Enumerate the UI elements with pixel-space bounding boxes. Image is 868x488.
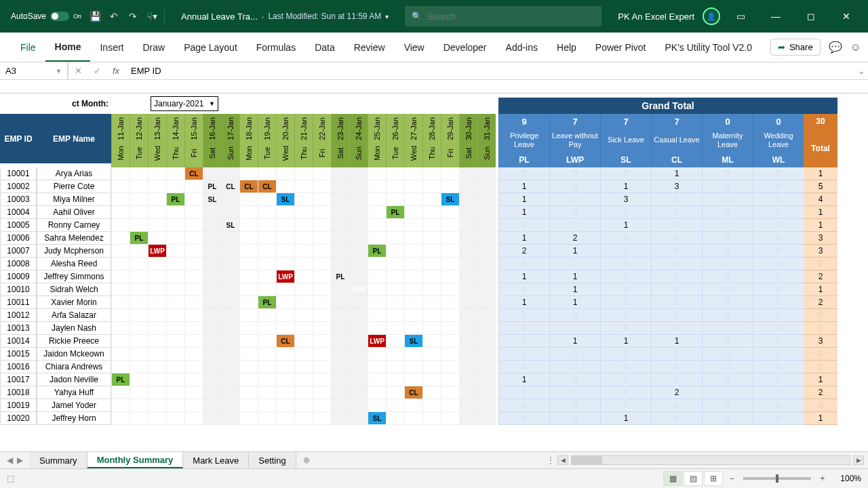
- day-cell[interactable]: [203, 270, 221, 283]
- page-break-view-icon[interactable]: ⊞: [704, 471, 723, 486]
- day-cell[interactable]: [313, 322, 331, 335]
- day-cell[interactable]: [386, 270, 404, 283]
- day-cell[interactable]: [441, 167, 459, 180]
- day-cell[interactable]: [130, 348, 148, 361]
- day-cell[interactable]: [184, 245, 203, 258]
- day-cell[interactable]: [459, 180, 477, 193]
- day-cell[interactable]: [203, 206, 221, 219]
- table-row[interactable]: 10009Jeffrey SimmonsLWPPL1100002: [0, 270, 868, 283]
- day-cell[interactable]: [386, 373, 404, 386]
- day-cell[interactable]: [386, 386, 404, 399]
- day-cell[interactable]: [368, 270, 386, 283]
- day-cell[interactable]: [404, 245, 422, 258]
- day-cell[interactable]: [313, 348, 331, 361]
- day-cell[interactable]: [422, 361, 441, 373]
- day-cell[interactable]: [422, 386, 441, 399]
- day-cell[interactable]: [258, 270, 276, 283]
- sheet-tab-monthly-summary[interactable]: Monthly Summary: [87, 452, 184, 468]
- day-cell[interactable]: [203, 245, 221, 258]
- day-cell[interactable]: [258, 283, 276, 296]
- day-cell[interactable]: [294, 373, 313, 386]
- day-cell[interactable]: [294, 296, 313, 309]
- day-cell[interactable]: [221, 412, 239, 425]
- day-cell[interactable]: [294, 245, 313, 258]
- day-cell[interactable]: [276, 245, 294, 258]
- day-cell[interactable]: [166, 283, 184, 296]
- day-cell[interactable]: [368, 232, 386, 245]
- day-cell[interactable]: CL: [184, 167, 203, 180]
- day-cell[interactable]: [221, 322, 239, 335]
- zoom-value[interactable]: 100%: [831, 474, 861, 483]
- table-row[interactable]: 10002Pierre CotePLCLCLCL1013005: [0, 180, 868, 193]
- day-cell[interactable]: [313, 180, 331, 193]
- day-cell[interactable]: CL: [258, 180, 276, 193]
- day-cell[interactable]: [111, 412, 130, 425]
- day-cell[interactable]: [239, 283, 258, 296]
- day-cell[interactable]: [294, 399, 313, 412]
- day-cell[interactable]: [368, 348, 386, 361]
- day-cell[interactable]: [477, 245, 496, 258]
- day-cell[interactable]: [368, 219, 386, 232]
- day-cell[interactable]: [349, 296, 368, 309]
- day-cell[interactable]: [349, 373, 368, 386]
- day-cell[interactable]: [404, 348, 422, 361]
- day-cell[interactable]: [368, 386, 386, 399]
- day-cell[interactable]: [349, 361, 368, 373]
- redo-icon[interactable]: ↷: [123, 7, 142, 26]
- day-cell[interactable]: [349, 309, 368, 322]
- day-cell[interactable]: [276, 258, 294, 270]
- sheet-tab-mark-leave[interactable]: Mark Leave: [183, 452, 249, 468]
- day-cell[interactable]: [477, 309, 496, 322]
- day-cell[interactable]: [203, 335, 221, 348]
- day-cell[interactable]: [404, 322, 422, 335]
- table-row[interactable]: 10017Jadon NevillePL1000001: [0, 373, 868, 386]
- day-cell[interactable]: [166, 296, 184, 309]
- day-cell[interactable]: [404, 283, 422, 296]
- day-cell[interactable]: [368, 361, 386, 373]
- table-row[interactable]: 10018Yahya HuffCL0002002: [0, 386, 868, 399]
- record-macro-icon[interactable]: ⬚: [7, 474, 14, 483]
- day-cell[interactable]: [130, 412, 148, 425]
- day-cell[interactable]: [294, 167, 313, 180]
- day-cell[interactable]: [184, 219, 203, 232]
- day-cell[interactable]: [111, 322, 130, 335]
- day-cell[interactable]: [130, 180, 148, 193]
- day-cell[interactable]: [184, 348, 203, 361]
- day-cell[interactable]: [221, 386, 239, 399]
- day-cell[interactable]: [111, 232, 130, 245]
- day-cell[interactable]: [239, 322, 258, 335]
- day-cell[interactable]: [386, 348, 404, 361]
- day-cell[interactable]: [349, 245, 368, 258]
- ribbon-tab-power-pivot[interactable]: Power Pivot: [586, 33, 656, 62]
- day-cell[interactable]: [276, 283, 294, 296]
- day-cell[interactable]: [422, 270, 441, 283]
- day-cell[interactable]: [221, 232, 239, 245]
- day-cell[interactable]: [111, 167, 130, 180]
- day-cell[interactable]: [258, 373, 276, 386]
- day-cell[interactable]: [459, 245, 477, 258]
- day-cell[interactable]: [422, 348, 441, 361]
- day-cell[interactable]: [331, 373, 349, 386]
- ribbon-tab-view[interactable]: View: [395, 33, 434, 62]
- day-cell[interactable]: [166, 219, 184, 232]
- day-cell[interactable]: [386, 309, 404, 322]
- day-cell[interactable]: [477, 283, 496, 296]
- day-cell[interactable]: [459, 270, 477, 283]
- day-cell[interactable]: [441, 258, 459, 270]
- day-cell[interactable]: [313, 335, 331, 348]
- formula-value[interactable]: EMP ID: [125, 66, 854, 76]
- share-button[interactable]: ➦ Share: [770, 39, 821, 56]
- day-cell[interactable]: [313, 399, 331, 412]
- day-cell[interactable]: [184, 399, 203, 412]
- day-cell[interactable]: [111, 206, 130, 219]
- day-cell[interactable]: [276, 206, 294, 219]
- day-cell[interactable]: [130, 373, 148, 386]
- day-cell[interactable]: [331, 399, 349, 412]
- day-cell[interactable]: [221, 309, 239, 322]
- day-cell[interactable]: [111, 361, 130, 373]
- ribbon-tab-review[interactable]: Review: [344, 33, 395, 62]
- day-cell[interactable]: [239, 167, 258, 180]
- day-cell[interactable]: [203, 232, 221, 245]
- zoom-in-icon[interactable]: +: [815, 474, 830, 483]
- day-cell[interactable]: [404, 399, 422, 412]
